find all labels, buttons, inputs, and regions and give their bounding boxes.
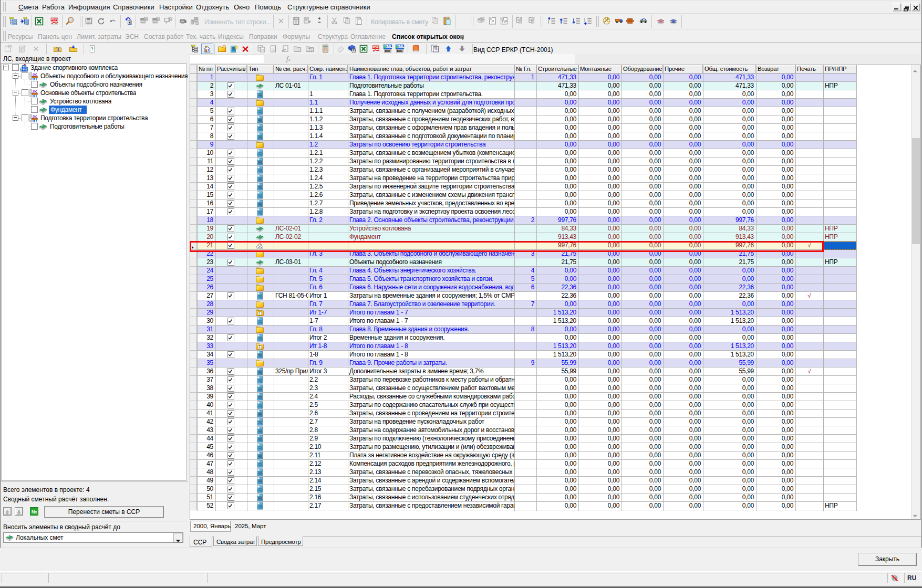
svg-text:F: F	[353, 49, 355, 52]
svg-text:Σ: Σ	[309, 48, 310, 51]
svg-text:Σ: Σ	[258, 345, 261, 349]
svg-text:%: %	[434, 47, 438, 51]
svg-text:?: ?	[91, 46, 93, 51]
svg-text:№: №	[32, 509, 37, 514]
svg-text:Σ: Σ	[258, 311, 261, 315]
svg-text:P: P	[492, 19, 494, 24]
svg-text:%: %	[261, 48, 264, 51]
svg-text:ПР: ПР	[502, 19, 507, 24]
svg-text:PDF: PDF	[51, 18, 57, 21]
svg-text:ГГЭ: ГГЭ	[398, 50, 402, 52]
svg-text:ГГЭ: ГГЭ	[386, 50, 390, 52]
svg-text:PDF: PDF	[372, 46, 379, 49]
